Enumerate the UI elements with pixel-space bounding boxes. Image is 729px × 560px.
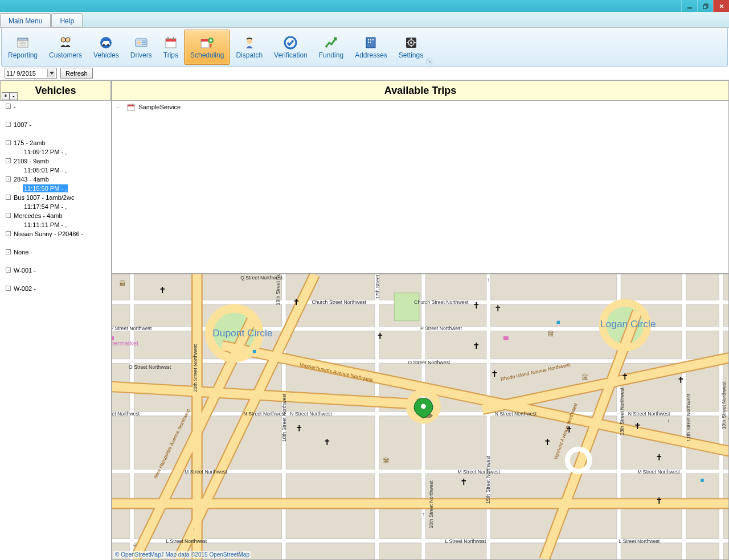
tree-child[interactable]	[0, 129, 111, 138]
tree-child[interactable]	[0, 238, 111, 247]
svg-rect-81	[394, 293, 419, 321]
collapse-icon[interactable]: -	[6, 195, 11, 200]
svg-text:↑: ↑	[422, 511, 425, 517]
tree-node[interactable]: --	[0, 102, 111, 110]
tree-node[interactable]: -2843 - 4amb	[0, 175, 111, 183]
tree-node[interactable]: -1007 -	[0, 120, 111, 129]
settings-label: Settings	[399, 51, 423, 59]
map[interactable]: Dupont Circle Logan Circle Church Street…	[112, 274, 729, 560]
vehicles-button[interactable]: Vehicles	[88, 30, 125, 65]
collapse-icon[interactable]: -	[6, 231, 11, 236]
svg-text:✝: ✝	[621, 372, 629, 381]
tree-child[interactable]: 11:17:54 PM - ,	[0, 202, 111, 211]
svg-rect-44	[128, 105, 134, 106]
dispatch-label: Dispatch	[236, 51, 263, 59]
svg-text:N Street Northwest: N Street Northwest	[244, 411, 286, 417]
collapse-icon[interactable]: -	[6, 104, 11, 109]
trip-item[interactable]: ··· SampleService	[117, 103, 724, 111]
tree-node[interactable]: -Bus 1007 - 1amb/2wc	[0, 193, 111, 201]
svg-point-38	[410, 42, 412, 44]
svg-text:L Street Northwest: L Street Northwest	[166, 538, 207, 544]
svg-text:O Street Northwest: O Street Northwest	[408, 360, 450, 365]
svg-point-13	[103, 44, 105, 46]
svg-text:Dupont Circle: Dupont Circle	[212, 327, 272, 339]
chevron-down-icon[interactable]	[47, 69, 55, 77]
addresses-label: Addresses	[355, 51, 387, 59]
svg-rect-34	[368, 42, 369, 43]
svg-text:✝: ✝	[293, 297, 300, 307]
svg-text:16th Street Northwest: 16th Street Northwest	[428, 480, 434, 529]
tree-child[interactable]	[0, 293, 111, 302]
funding-label: Funding	[319, 51, 343, 59]
trips-list: ··· SampleService	[112, 101, 729, 274]
svg-text:O Street Northwest: O Street Northwest	[129, 364, 171, 370]
tree-child[interactable]	[0, 275, 111, 283]
dispatch-button[interactable]: Dispatch	[230, 30, 268, 65]
tree-node[interactable]: -2109 - 9amb	[0, 157, 111, 165]
tree-child[interactable]	[0, 257, 111, 265]
tree-child[interactable]: 11:05:01 PM - ,	[0, 166, 111, 174]
tree-child-label	[23, 242, 25, 244]
date-picker[interactable]: 11/ 9/2015	[5, 68, 57, 79]
tree-node[interactable]: -W-002 -	[0, 284, 111, 293]
collapse-icon[interactable]: -	[6, 176, 11, 182]
tree-child[interactable]: 11:09:12 PM - ,	[0, 147, 111, 156]
svg-point-27	[210, 39, 212, 42]
svg-text:↑: ↑	[667, 418, 670, 424]
svg-text:✝: ✝	[460, 477, 468, 487]
svg-text:17th Street Northwest: 17th Street Northwest	[375, 274, 380, 299]
tab-help[interactable]: Help	[51, 13, 83, 27]
tree-child[interactable]	[0, 111, 111, 120]
remove-vehicle-button[interactable]: -	[10, 92, 18, 100]
svg-text:M Street Northwest: M Street Northwest	[185, 469, 227, 475]
svg-rect-31	[368, 39, 369, 40]
tree-node[interactable]: -175 - 2amb	[0, 138, 111, 147]
trips-button[interactable]: Trips	[158, 30, 184, 65]
svg-text:Logan Circle: Logan Circle	[600, 318, 656, 330]
minimize-button[interactable]	[681, 0, 697, 12]
scheduling-button[interactable]: Scheduling	[184, 30, 230, 65]
collapse-icon[interactable]: -	[6, 140, 11, 145]
maximize-button[interactable]	[697, 0, 713, 12]
svg-text:N Street Northwest: N Street Northwest	[290, 411, 332, 417]
customers-button[interactable]: Customers	[43, 30, 88, 65]
svg-rect-169	[112, 336, 114, 340]
svg-rect-33	[372, 39, 374, 40]
svg-text:M Street Northwest: M Street Northwest	[637, 469, 680, 475]
tree-node[interactable]: -Nissan Sunny - P20486 -	[0, 229, 111, 238]
collapse-icon[interactable]: -	[6, 158, 11, 163]
svg-text:L Street Northwest: L Street Northwest	[619, 538, 660, 544]
tree-child-label	[23, 133, 25, 134]
svg-text:✝: ✝	[296, 423, 303, 433]
tab-main-menu[interactable]: Main Menu	[0, 13, 51, 27]
svg-text:✝: ✝	[473, 341, 480, 351]
funding-button[interactable]: Funding	[313, 30, 349, 65]
svg-point-14	[107, 44, 109, 46]
refresh-button[interactable]: Refresh	[60, 68, 93, 79]
add-vehicle-button[interactable]: +	[2, 92, 10, 100]
scheduling-label: Scheduling	[190, 51, 224, 59]
vehicle-tree[interactable]: ---1007 --175 - 2amb11:09:12 PM - ,-2109…	[0, 101, 111, 560]
tree-child[interactable]: 11:15:50 PM - ,	[0, 184, 111, 192]
svg-text:✝: ✝	[323, 437, 331, 447]
settings-button[interactable]: Settings	[393, 30, 429, 65]
collapse-icon[interactable]: -	[6, 249, 11, 254]
svg-text:✝: ✝	[473, 300, 480, 310]
addresses-button[interactable]: Addresses	[349, 30, 393, 65]
collapse-icon[interactable]: -	[6, 122, 11, 127]
tree-node[interactable]: -None -	[0, 248, 111, 256]
tree-child[interactable]: 11:11:11 PM - ,	[0, 220, 111, 229]
verification-button[interactable]: Verification	[268, 30, 313, 65]
collapse-icon[interactable]: -	[6, 213, 11, 218]
close-button[interactable]	[713, 0, 729, 12]
reporting-button[interactable]: Reporting	[2, 30, 43, 65]
collapse-icon[interactable]: -	[6, 267, 11, 273]
collapse-icon[interactable]: -	[6, 286, 11, 291]
svg-text:↑: ↑	[487, 277, 490, 283]
ribbon-expand-icon[interactable]: ↘	[427, 59, 432, 64]
drivers-button[interactable]: Drivers	[125, 30, 158, 65]
tree-node[interactable]: -Mercedes - 4amb	[0, 211, 111, 220]
trips-header: Available Trips	[112, 80, 729, 101]
tree-node[interactable]: -W-001 -	[0, 266, 111, 274]
trips-icon	[163, 35, 178, 50]
